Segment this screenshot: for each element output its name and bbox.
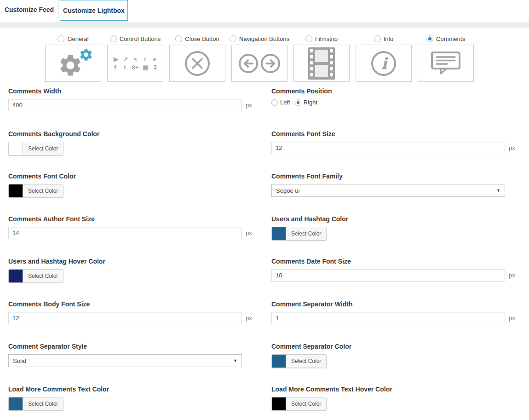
general-icon-box[interactable] bbox=[45, 45, 101, 82]
comments-font-family-select[interactable]: Segoe ui ▼ bbox=[271, 184, 505, 197]
color-swatch bbox=[272, 397, 286, 410]
page-background-strip bbox=[0, 22, 529, 28]
field-label: Comments Position bbox=[271, 87, 521, 95]
section-nav-control-buttons: Control Buttons ▶ ↗ × i ● f t bbox=[107, 35, 163, 82]
comment-separator-width-input[interactable] bbox=[271, 312, 505, 324]
field-users-hashtag-hover-color: Users and Hashtag Hover Color Select Col… bbox=[8, 258, 263, 283]
section-nav-info: Info i bbox=[356, 35, 412, 82]
select-color-label: Select Color bbox=[23, 142, 63, 155]
field-load-more-comments-text-color: Load More Comments Text Color Select Col… bbox=[8, 385, 263, 411]
color-swatch bbox=[9, 270, 23, 282]
color-swatch bbox=[272, 227, 286, 240]
field-comments-position: Comments Position Left Right bbox=[271, 87, 521, 106]
control-buttons-icons: ▶ ↗ × i ● f t 8+ ▣ ↧ bbox=[112, 56, 158, 71]
lightbox-settings-page: Customize Feed Customize Lightbox Genera… bbox=[0, 0, 529, 420]
section-nav-filmstrip: Filmstrip bbox=[293, 35, 350, 82]
info-icon: i bbox=[142, 56, 148, 63]
control-buttons-radio-label: Control Buttons bbox=[120, 35, 161, 42]
share-icon: ▣ bbox=[143, 64, 148, 71]
general-radio[interactable]: General bbox=[58, 35, 88, 42]
comment-separator-style-select[interactable]: Solid ▼ bbox=[8, 354, 242, 367]
selected-font-family-value: Segoe ui bbox=[276, 187, 299, 194]
select-color-label: Select Color bbox=[286, 397, 326, 410]
field-comments-font-color: Comments Font Color Select Color bbox=[8, 173, 263, 198]
tab-customize-lightbox[interactable]: Customize Lightbox bbox=[60, 0, 128, 21]
info-radio[interactable]: Info bbox=[374, 35, 394, 42]
field-label: Load More Comments Text Color bbox=[8, 385, 263, 393]
field-label: Comments Body Font Size bbox=[8, 300, 263, 308]
control-buttons-radio[interactable]: Control Buttons bbox=[110, 35, 161, 42]
comments-background-color-button[interactable]: Select Color bbox=[8, 142, 63, 155]
radio-icon[interactable] bbox=[110, 35, 117, 42]
field-label: Load More Comments Text Hover Color bbox=[271, 385, 521, 393]
users-hashtag-hover-color-button[interactable]: Select Color bbox=[8, 269, 63, 283]
gear-small-blue-icon bbox=[79, 47, 93, 62]
radio-icon[interactable] bbox=[58, 35, 64, 42]
chevron-down-icon: ▼ bbox=[233, 358, 237, 363]
load-more-comments-text-hover-color-button[interactable]: Select Color bbox=[271, 397, 327, 411]
radio-icon[interactable] bbox=[305, 35, 312, 42]
info-icon-box[interactable]: i bbox=[356, 45, 412, 82]
close-button-icon-box[interactable] bbox=[169, 45, 225, 82]
select-color-label: Select Color bbox=[286, 227, 326, 240]
field-label: Comment Separator Color bbox=[271, 343, 521, 350]
comments-font-size-input[interactable] bbox=[271, 142, 505, 154]
navigation-buttons-icon-box[interactable] bbox=[231, 45, 288, 82]
comments-body-font-size-input[interactable] bbox=[8, 312, 242, 324]
lightbox-settings-panel: General Control Buttons bbox=[0, 28, 529, 420]
control-buttons-icon-box[interactable]: ▶ ↗ × i ● f t 8+ ▣ ↧ bbox=[107, 45, 163, 82]
field-comment-separator-style: Comment Separator Style Solid ▼ bbox=[8, 343, 263, 367]
comment-bubble-icon bbox=[431, 51, 461, 76]
select-color-label: Select Color bbox=[23, 397, 63, 410]
px-suffix: px bbox=[509, 144, 515, 151]
px-suffix: px bbox=[246, 102, 252, 109]
radio-icon[interactable] bbox=[230, 35, 236, 42]
general-radio-label: General bbox=[67, 35, 88, 42]
select-color-label: Select Color bbox=[23, 184, 63, 197]
field-load-more-comments-text-hover-color: Load More Comments Text Hover Color Sele… bbox=[271, 385, 521, 411]
px-suffix: px bbox=[509, 315, 515, 322]
fullscreen-icon: × bbox=[132, 56, 138, 63]
comments-position-right-radio[interactable]: Right bbox=[295, 99, 317, 106]
color-swatch bbox=[272, 355, 286, 368]
comments-radio-label: Comments bbox=[436, 35, 465, 42]
navigation-buttons-radio-label: Navigation Buttons bbox=[239, 35, 289, 42]
section-nav-close-button: Close Button bbox=[169, 35, 225, 82]
close-circle-icon bbox=[184, 50, 211, 77]
radio-icon[interactable] bbox=[374, 35, 381, 42]
comments-author-font-size-input[interactable] bbox=[8, 227, 242, 239]
comments-width-input[interactable] bbox=[8, 99, 242, 111]
comments-position-left-radio[interactable]: Left bbox=[271, 99, 290, 106]
field-label: Users and Hashtag Hover Color bbox=[8, 258, 263, 265]
comments-icon-box[interactable] bbox=[418, 45, 474, 82]
section-nav: General Control Buttons bbox=[45, 35, 529, 82]
tab-customize-feed[interactable]: Customize Feed bbox=[0, 0, 59, 19]
field-comments-body-font-size: Comments Body Font Size px bbox=[8, 300, 263, 324]
field-label: Users and Hashtag Color bbox=[271, 215, 521, 223]
comment-separator-color-button[interactable]: Select Color bbox=[271, 354, 327, 368]
chevron-down-icon: ▼ bbox=[496, 188, 500, 193]
info-radio-label: Info bbox=[384, 35, 394, 42]
play-icon: ▶ bbox=[113, 56, 119, 63]
radio-icon[interactable] bbox=[175, 35, 182, 42]
users-hashtag-color-button[interactable]: Select Color bbox=[271, 227, 327, 241]
comments-date-font-size-input[interactable] bbox=[271, 269, 505, 282]
filmstrip-icon bbox=[308, 47, 335, 80]
tab-customize-feed-label: Customize Feed bbox=[5, 6, 54, 13]
navigation-buttons-radio[interactable]: Navigation Buttons bbox=[230, 35, 289, 42]
color-swatch bbox=[9, 142, 23, 155]
filmstrip-radio[interactable]: Filmstrip bbox=[305, 35, 338, 42]
load-more-comments-text-color-button[interactable]: Select Color bbox=[8, 397, 63, 411]
tab-customize-lightbox-label: Customize Lightbox bbox=[63, 7, 125, 14]
field-comments-author-font-size: Comments Author Font Size px bbox=[8, 215, 263, 239]
right-option-label: Right bbox=[304, 99, 317, 106]
field-comments-width: Comments Width px bbox=[8, 87, 263, 111]
close-button-radio[interactable]: Close Button bbox=[175, 35, 219, 42]
comments-radio[interactable]: Comments bbox=[426, 35, 465, 42]
radio-selected-icon[interactable] bbox=[426, 35, 433, 42]
radio-icon[interactable] bbox=[271, 99, 278, 106]
section-nav-comments: Comments bbox=[418, 35, 474, 82]
filmstrip-icon-box[interactable] bbox=[293, 45, 350, 82]
comments-font-color-button[interactable]: Select Color bbox=[8, 184, 63, 198]
radio-selected-icon[interactable] bbox=[295, 99, 301, 106]
